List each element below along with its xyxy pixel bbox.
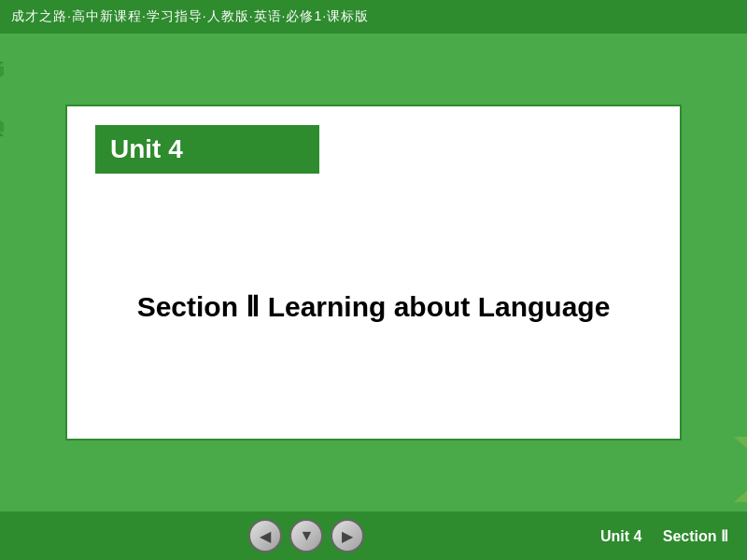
nav-prev-icon: ◀ [260, 527, 271, 545]
footer-spacer-text [646, 528, 658, 544]
nav-next-button[interactable]: ▶ [331, 519, 364, 553]
nav-next-icon: ▶ [342, 527, 353, 545]
section-title: Section Ⅱ Learning about Language [137, 290, 611, 323]
header-bar: 成才之路·高中新课程·学习指导·人教版·英语·必修1·课标版 [0, 0, 747, 34]
svg-marker-3 [734, 437, 747, 502]
section-area: Section Ⅱ Learning about Language [67, 174, 680, 439]
left-decorations [0, 62, 4, 136]
header-title: 成才之路·高中新课程·学习指导·人教版·英语·必修1·课标版 [11, 8, 369, 25]
unit-label: Unit 4 [110, 134, 183, 164]
right-chevrons-icon [734, 437, 747, 502]
unit-title-bar: Unit 4 [95, 125, 319, 174]
footer-unit-text: Unit 4 [600, 528, 641, 544]
nav-buttons: ◀ ▼ ▶ [248, 519, 364, 553]
content-card: Unit 4 Section Ⅱ Learning about Language [65, 105, 682, 441]
nav-prev-button[interactable]: ◀ [248, 519, 282, 553]
svg-marker-1 [0, 66, 4, 132]
left-chevrons-icon [0, 62, 4, 136]
footer-nav-text: Unit 4 Section Ⅱ [600, 527, 728, 545]
right-decorations [734, 437, 747, 502]
nav-home-button[interactable]: ▼ [289, 519, 323, 553]
nav-home-icon: ▼ [299, 527, 314, 544]
footer-section-text: Section Ⅱ [663, 528, 728, 544]
footer-bar: ◀ ▼ ▶ Unit 4 Section Ⅱ [0, 511, 747, 560]
screen: 成才之路·高中新课程·学习指导·人教版·英语·必修1·课标版 Unit 4 Se… [0, 0, 747, 560]
main-content: Unit 4 Section Ⅱ Learning about Language [0, 34, 747, 511]
